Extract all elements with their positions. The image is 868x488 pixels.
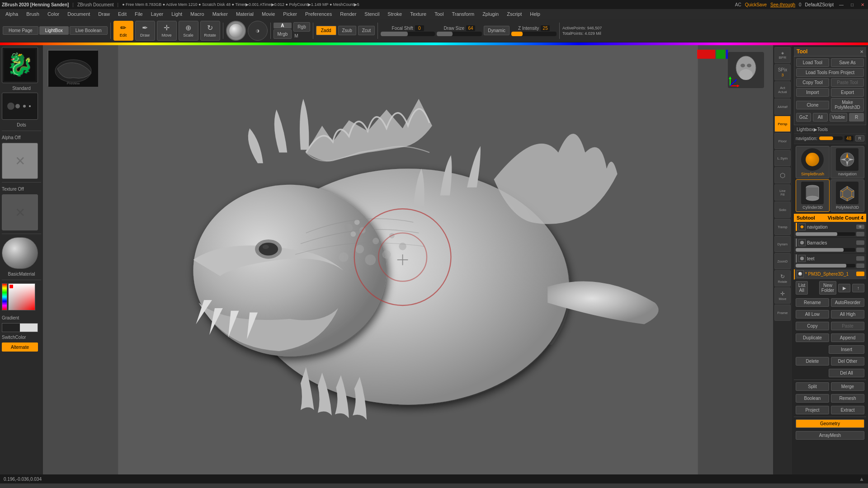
zadd-btn[interactable]: Zadd bbox=[316, 26, 336, 35]
subtool-pm3d-row[interactable]: * PM3D_Sphere3D_1 bbox=[794, 269, 866, 280]
draw-btn[interactable]: ✒ Draw bbox=[135, 21, 155, 41]
menu-alpha[interactable]: Alpha bbox=[2, 10, 22, 18]
menu-edit[interactable]: Edit bbox=[114, 10, 130, 18]
make-polymesh-btn[interactable]: Make PolyMesh3D bbox=[831, 98, 864, 112]
menu-render[interactable]: Render bbox=[336, 10, 360, 18]
paste-btn[interactable]: Paste bbox=[831, 322, 864, 330]
delete-btn[interactable]: Delete bbox=[796, 357, 829, 366]
menu-help[interactable]: Help bbox=[526, 10, 544, 18]
menu-brush[interactable]: Brush bbox=[23, 10, 43, 18]
sidebar-frame[interactable]: Frame bbox=[774, 305, 791, 321]
del-other-btn[interactable]: Del Other bbox=[831, 357, 864, 366]
orientation-widget[interactable] bbox=[728, 52, 764, 88]
maximize-btn[interactable]: □ bbox=[849, 2, 855, 7]
del-all-btn[interactable]: Del All bbox=[829, 369, 864, 377]
subtool-nav-vis2[interactable] bbox=[856, 232, 864, 236]
save-as-btn[interactable]: Save As bbox=[831, 58, 864, 67]
canvas-area[interactable]: Preview bbox=[43, 45, 773, 474]
sidebar-dynamic[interactable]: Dynam bbox=[774, 236, 791, 252]
lightbox-tab[interactable]: LightBox bbox=[39, 26, 69, 35]
remesh-btn[interactable]: Remesh bbox=[831, 394, 864, 403]
new-folder-arrow2[interactable]: ↑ bbox=[852, 284, 864, 292]
see-through-btn[interactable]: See-through bbox=[770, 2, 795, 7]
visible-btn[interactable]: Visible bbox=[830, 113, 847, 122]
menu-stencil[interactable]: Stencil bbox=[361, 10, 383, 18]
geometry-btn[interactable]: Geometry bbox=[796, 419, 864, 428]
append-btn[interactable]: Append bbox=[831, 333, 864, 342]
boolean-btn[interactable]: Boolean bbox=[796, 394, 829, 403]
thumbnail-preview[interactable]: Preview bbox=[47, 50, 97, 86]
sidebar-move[interactable]: ✛ Move bbox=[774, 287, 791, 304]
zsub-btn[interactable]: Zsub bbox=[338, 26, 356, 35]
nav-r-btn[interactable]: R bbox=[855, 135, 865, 141]
all-low-btn[interactable]: All Low bbox=[796, 310, 829, 319]
copy-tool-btn[interactable]: Copy Tool bbox=[796, 78, 829, 87]
brush-dots-preview[interactable] bbox=[2, 93, 38, 120]
gradient-preview[interactable] bbox=[2, 323, 38, 332]
material-preview[interactable] bbox=[2, 237, 38, 269]
subtool-pm3d-eye[interactable] bbox=[856, 272, 864, 276]
paste-tool-btn[interactable]: Paste Tool bbox=[831, 78, 864, 87]
simple-brush-tool[interactable]: SimpleBrush bbox=[796, 146, 830, 178]
sidebar-floor[interactable]: Floor bbox=[774, 133, 791, 149]
subtool-barnacles-vis2[interactable] bbox=[856, 248, 864, 252]
cylinder3d-tool[interactable]: Cylinder3D bbox=[796, 179, 830, 212]
live-boolean-tab[interactable]: Live Boolean bbox=[70, 26, 108, 35]
sidebar-aahalf[interactable]: AAHalf bbox=[774, 99, 791, 115]
subtool-barnacles-slider[interactable] bbox=[796, 248, 855, 252]
sidebar-bpr[interactable]: ◈ BPR bbox=[774, 47, 791, 63]
close-btn[interactable]: ✕ bbox=[859, 2, 866, 7]
sidebar-rotate[interactable]: ↻ Rotate bbox=[774, 270, 791, 286]
menu-marker[interactable]: Marker bbox=[209, 10, 231, 18]
focal-shift-slider[interactable] bbox=[381, 32, 435, 36]
auto-reorder-btn[interactable]: AutoReorder bbox=[831, 298, 864, 307]
extract-btn[interactable]: Extract bbox=[831, 406, 864, 414]
dynamic-btn[interactable]: Dynamic bbox=[484, 26, 509, 35]
mrgb-btn[interactable]: Mrgb bbox=[274, 29, 292, 39]
all-btn[interactable]: All bbox=[813, 113, 828, 122]
menu-picker[interactable]: Picker bbox=[279, 10, 301, 18]
subtool-teet-slider[interactable] bbox=[796, 264, 855, 267]
menu-preferences[interactable]: Preferences bbox=[302, 10, 335, 18]
menu-material[interactable]: Material bbox=[232, 10, 257, 18]
load-tool-btn[interactable]: Load Tool bbox=[796, 58, 829, 67]
minimize-btn[interactable]: — bbox=[837, 2, 845, 7]
menu-document[interactable]: Document bbox=[64, 10, 94, 18]
nav-slider[interactable] bbox=[819, 136, 842, 140]
subtool-teet-vis2[interactable] bbox=[856, 263, 864, 268]
project-btn[interactable]: Project bbox=[796, 406, 829, 414]
texture-preview[interactable]: ✕ bbox=[2, 194, 38, 230]
menu-color[interactable]: Color bbox=[44, 10, 63, 18]
tool-close-btn[interactable]: ✕ bbox=[860, 49, 863, 54]
edit-btn[interactable]: ✏ Edit bbox=[113, 21, 133, 41]
z-intensity-slider[interactable] bbox=[511, 32, 557, 36]
rename-btn[interactable]: Rename bbox=[796, 298, 829, 307]
ac-btn[interactable]: AC bbox=[735, 2, 741, 7]
sidebar-spix[interactable]: SPix 3 bbox=[774, 64, 791, 80]
export-btn[interactable]: Export bbox=[831, 88, 864, 97]
brush-preview[interactable]: 🐉 bbox=[2, 47, 38, 83]
menu-texture[interactable]: Texture bbox=[406, 10, 430, 18]
r-btn[interactable]: R bbox=[849, 113, 864, 122]
quicksave-btn[interactable]: QuickSave bbox=[745, 2, 767, 7]
all-high-btn[interactable]: All High bbox=[831, 310, 864, 319]
menu-macro[interactable]: Macro bbox=[187, 10, 208, 18]
sidebar-linefill[interactable]: Line Fill bbox=[774, 184, 791, 201]
menu-file[interactable]: File bbox=[131, 10, 146, 18]
subtool-nav-slider[interactable] bbox=[796, 232, 855, 236]
menu-stroke[interactable]: Stroke bbox=[384, 10, 406, 18]
menu-tool[interactable]: Tool bbox=[431, 10, 447, 18]
draw-size-slider[interactable] bbox=[437, 32, 482, 36]
polymesh3d-tool[interactable]: PolyMesh3D bbox=[830, 179, 864, 212]
rotate-btn[interactable]: ↻ Rotate bbox=[200, 21, 220, 41]
default-script[interactable]: DefaultZScript bbox=[805, 2, 834, 7]
load-tools-from-project-btn[interactable]: Load Tools From Project bbox=[796, 68, 864, 77]
navigation-tool[interactable]: navigation bbox=[830, 146, 864, 178]
duplicate-btn[interactable]: Duplicate bbox=[796, 333, 829, 342]
subtool-barnacles-eye[interactable] bbox=[856, 240, 864, 245]
menu-light[interactable]: Light bbox=[168, 10, 186, 18]
sidebar-lsym[interactable]: L.Sym bbox=[774, 150, 791, 166]
alpha-preview[interactable]: ✕ bbox=[2, 143, 38, 179]
menu-movie[interactable]: Movie bbox=[258, 10, 278, 18]
move-btn[interactable]: ✛ Move bbox=[157, 21, 177, 41]
